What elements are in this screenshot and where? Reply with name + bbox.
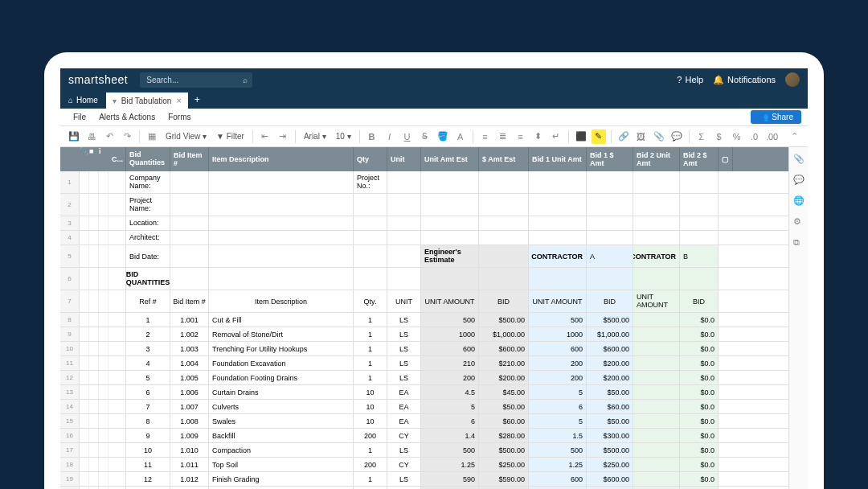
attach-col-icon[interactable]: 📎 [80, 147, 89, 171]
activity-panel-icon[interactable]: 🌐 [793, 195, 805, 207]
col-c[interactable]: C... [108, 147, 126, 171]
grid[interactable]: 📎 ■ i C... Bid Quantities Bid Item # Ite… [60, 147, 788, 489]
col-qty[interactable]: Qty [354, 147, 387, 171]
menu-alerts[interactable]: Alerts & Actions [92, 113, 162, 121]
collapse-toolbar-icon[interactable]: ⌃ [787, 129, 801, 144]
highlight-icon[interactable]: ✎ [592, 129, 606, 144]
table-row[interactable]: 14 7 1.007 Culverts 10 EA 5 $50.00 6 $60… [60, 400, 788, 414]
meta-row[interactable]: 1 Company Name: Project No.: [60, 171, 788, 194]
valign-icon[interactable]: ⬍ [531, 129, 546, 144]
table-row[interactable]: 11 4 1.004 Foundation Excavation 1 LS 21… [60, 356, 788, 371]
toolbar: 💾 🖶 ↶ ↷ ▦ Grid View ▾ ▼ Filter ⇤ ⇥ Arial… [60, 126, 808, 147]
meta-row[interactable]: 4 Architect: [60, 231, 788, 245]
col-add[interactable]: ▢ [719, 147, 733, 171]
col-bid-quantities[interactable]: Bid Quantities [126, 147, 170, 171]
new-tab-button[interactable]: + [188, 94, 207, 105]
size-selector[interactable]: 10 ▾ [333, 132, 354, 141]
table-row[interactable]: 12 5 1.005 Foundation Footing Drains 1 L… [60, 371, 788, 385]
table-row[interactable]: 10 3 1.003 Trenching For Utility Hookups… [60, 342, 788, 356]
header-row: 📎 ■ i C... Bid Quantities Bid Item # Ite… [60, 147, 788, 171]
tab-label: Bid Tabulation [121, 97, 172, 105]
fill-icon[interactable]: 🪣 [436, 129, 450, 144]
avatar[interactable] [785, 72, 800, 87]
top-bar: smartsheet ⌕ ?Help 🔔Notifications [60, 68, 808, 91]
underline-icon[interactable]: U [400, 129, 415, 144]
color-icon[interactable]: A [453, 129, 468, 144]
format-icon[interactable]: ⬛ [574, 129, 588, 144]
meta-row[interactable]: 3 Location: [60, 216, 788, 231]
people-icon: 👥 [759, 113, 768, 121]
chevron-down-icon[interactable]: ▾ [113, 97, 117, 105]
align-right-icon[interactable]: ≡ [514, 129, 528, 144]
share-button[interactable]: 👥Share [751, 110, 801, 124]
column-label-row[interactable]: 7 Ref # Bid Item # Item Description Qty.… [60, 290, 788, 313]
subheader-row[interactable]: 6 BID QUANTITIES [60, 268, 788, 290]
col-bid1-amt[interactable]: Bid 1 $ Amt [587, 147, 633, 171]
align-center-icon[interactable]: ≣ [496, 129, 510, 144]
percent-icon[interactable]: % [730, 129, 744, 144]
brand-logo: smartsheet [68, 73, 128, 86]
side-tools: 📎 💬 🌐 ⚙ ⧉ [788, 147, 808, 489]
copy-panel-icon[interactable]: ⧉ [793, 237, 805, 249]
decimal-dec-icon[interactable]: .0 [747, 129, 762, 144]
link-icon[interactable]: 🔗 [616, 129, 631, 144]
undo-icon[interactable]: ↶ [102, 129, 117, 144]
font-selector[interactable]: Arial ▾ [301, 132, 330, 141]
wrap-icon[interactable]: ↵ [549, 129, 563, 144]
print-icon[interactable]: 🖶 [84, 129, 99, 144]
outdent-icon[interactable]: ⇤ [258, 129, 272, 144]
section-header-row[interactable]: 5 Bid Date: Engineer's Estimate CONTRACT… [60, 245, 788, 268]
comments-panel-icon[interactable]: 💬 [793, 175, 805, 186]
help-icon: ? [677, 75, 682, 84]
table-row[interactable]: 8 1 1.001 Cut & Fill 1 LS 500 $500.00 50… [60, 313, 788, 327]
decimal-inc-icon[interactable]: .00 [765, 129, 780, 144]
menu-forms[interactable]: Forms [162, 113, 197, 121]
table-row[interactable]: 17 10 1.010 Compaction 1 LS 500 $500.00 … [60, 443, 788, 458]
indent-icon[interactable]: ⇥ [276, 129, 290, 144]
currency-icon[interactable]: $ [712, 129, 727, 144]
table-row[interactable]: 18 11 1.011 Top Soil 200 CY 1.25 $250.00… [60, 458, 788, 472]
tab-bar: ⌂Home ▾ Bid Tabulation × + [60, 91, 808, 109]
view-selector[interactable]: Grid View ▾ [162, 132, 210, 141]
align-left-icon[interactable]: ≡ [478, 129, 493, 144]
search-input[interactable] [140, 72, 252, 88]
close-icon[interactable]: × [176, 96, 181, 105]
table-row[interactable]: 15 8 1.008 Swales 10 EA 6 $60.00 5 $50.0… [60, 414, 788, 429]
tab-bid-tabulation[interactable]: ▾ Bid Tabulation × [106, 91, 188, 109]
image-icon[interactable]: 🖼 [634, 129, 649, 144]
help-button[interactable]: ?Help [677, 75, 703, 84]
table-row[interactable]: 13 6 1.006 Curtain Drains 10 EA 4.5 $45.… [60, 385, 788, 400]
filter-button[interactable]: ▼ Filter [213, 132, 248, 141]
col-bid2-amt[interactable]: Bid 2 $ Amt [680, 147, 719, 171]
save-icon[interactable]: 💾 [67, 129, 81, 144]
info-col-icon[interactable]: i [99, 147, 108, 171]
table-row[interactable]: 16 9 1.009 Backfill 200 CY 1.4 $280.00 1… [60, 429, 788, 443]
grid-icon[interactable]: ▦ [145, 129, 159, 144]
home-icon: ⌂ [68, 96, 73, 105]
menu-file[interactable]: File [67, 113, 92, 121]
device-frame: smartsheet ⌕ ?Help 🔔Notifications ⌂Home … [44, 52, 824, 489]
col-bid2-unit[interactable]: Bid 2 Unit Amt [633, 147, 680, 171]
col-unit[interactable]: Unit [387, 147, 421, 171]
table-row[interactable]: 19 12 1.012 Finish Grading 1 LS 590 $590… [60, 472, 788, 487]
sum-icon[interactable]: Σ [694, 129, 709, 144]
attach-icon[interactable]: 📎 [652, 129, 666, 144]
bold-icon[interactable]: B [365, 129, 379, 144]
settings-panel-icon[interactable]: ⚙ [793, 216, 805, 228]
notifications-button[interactable]: 🔔Notifications [713, 75, 776, 85]
strike-icon[interactable]: S̶ [418, 129, 432, 144]
col-bid-item[interactable]: Bid Item # [170, 147, 209, 171]
attachment-panel-icon[interactable]: 📎 [793, 154, 805, 165]
col-amt-est[interactable]: $ Amt Est [479, 147, 529, 171]
col-bid1-unit[interactable]: Bid 1 Unit Amt [529, 147, 587, 171]
home-button[interactable]: ⌂Home [60, 91, 106, 109]
meta-row[interactable]: 2 Project Name: [60, 194, 788, 216]
col-unit-amt-est[interactable]: Unit Amt Est [421, 147, 479, 171]
comment-icon[interactable]: 💬 [669, 129, 684, 144]
table-row[interactable]: 9 2 1.002 Removal of Stone/Dirt 1 LS 100… [60, 327, 788, 342]
comment-col-icon[interactable]: ■ [89, 147, 99, 171]
redo-icon[interactable]: ↷ [120, 129, 134, 144]
col-item-desc[interactable]: Item Description [209, 147, 354, 171]
italic-icon[interactable]: I [383, 129, 397, 144]
search-icon[interactable]: ⌕ [243, 76, 248, 84]
